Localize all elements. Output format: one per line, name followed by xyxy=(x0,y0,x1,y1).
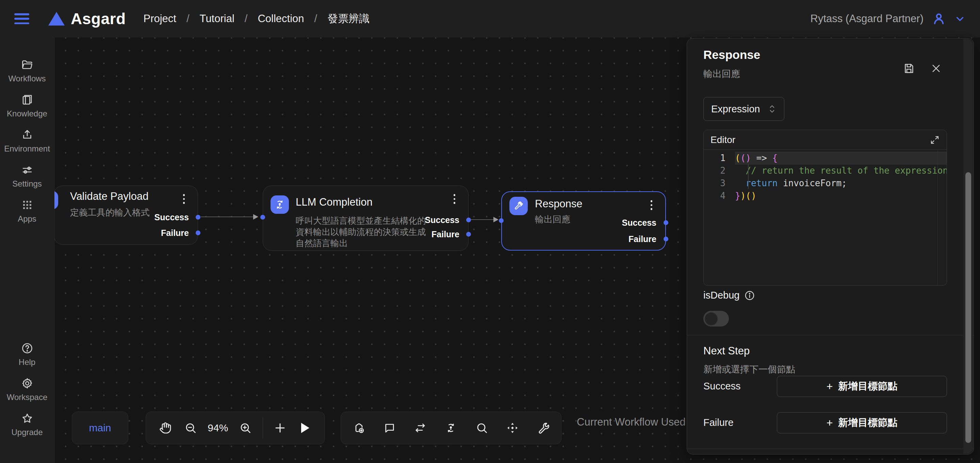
canvas-zoom-toolbar: 94% xyxy=(146,412,325,444)
book-icon xyxy=(21,94,33,106)
save-icon[interactable] xyxy=(903,62,915,75)
swap-arrows-icon[interactable] xyxy=(412,418,428,438)
sidebar-item-settings[interactable]: Settings xyxy=(0,164,54,188)
top-navbar: Asgard Project / Tutorial / Collection /… xyxy=(0,0,980,37)
sidebar-item-knowledge[interactable]: Knowledge xyxy=(0,94,54,118)
zoom-out-icon[interactable] xyxy=(183,418,198,438)
panel-title: Response xyxy=(703,48,760,62)
output-port-success[interactable] xyxy=(663,220,668,225)
plus-icon: + xyxy=(827,381,833,392)
code-line[interactable]: 3 return invoiceForm; xyxy=(704,177,947,190)
user-icon[interactable] xyxy=(932,11,946,26)
editor-label: Editor xyxy=(711,134,930,145)
sidebar-item-apps[interactable]: Apps xyxy=(0,199,54,224)
folder-icon xyxy=(21,59,33,71)
breadcrumb: Project / Tutorial / Collection / 發票辨識 xyxy=(143,11,369,26)
sidebar-label: Settings xyxy=(12,179,42,188)
plus-icon: + xyxy=(827,417,833,428)
panel-scrollbar-thumb[interactable] xyxy=(966,172,971,443)
sidebar-label: Environment xyxy=(4,144,50,153)
node-subtitle: 輸出回應 xyxy=(535,214,570,225)
kebab-menu-icon[interactable] xyxy=(183,194,185,204)
port-label-success: Success xyxy=(425,215,460,225)
input-port[interactable] xyxy=(260,215,265,220)
breadcrumb-current[interactable]: 發票辨識 xyxy=(327,11,369,26)
breadcrumb-collection[interactable]: Collection xyxy=(258,13,304,25)
workflow-status-text: Current Workflow Used xyxy=(577,416,689,428)
validate-payload-node-icon xyxy=(54,191,58,209)
edge-arrowhead-icon xyxy=(253,214,258,220)
kebab-menu-icon[interactable] xyxy=(453,194,456,204)
close-icon[interactable] xyxy=(931,63,942,74)
expand-icon[interactable] xyxy=(930,135,940,145)
next-step-success-label: Success xyxy=(703,381,741,392)
selected-option: Expression xyxy=(711,104,768,115)
button-label: 新增目標節點 xyxy=(838,380,897,393)
zoom-in-icon[interactable] xyxy=(237,418,253,438)
sidebar-item-workflows[interactable]: Workflows xyxy=(0,59,54,83)
response-node-icon xyxy=(509,197,528,215)
left-sidebar: Workflows Knowledge Environment Settings… xyxy=(0,37,54,463)
sidebar-label: Upgrade xyxy=(11,428,43,437)
output-port-success[interactable] xyxy=(466,217,471,222)
hand-pan-icon[interactable] xyxy=(158,418,173,438)
code-line[interactable]: 1(() => { xyxy=(704,152,947,164)
wrench-icon[interactable] xyxy=(535,418,551,438)
button-label: 新增目標節點 xyxy=(838,416,897,429)
isdebug-toggle[interactable] xyxy=(703,311,729,326)
editor-scroll-gutter xyxy=(937,150,938,285)
search-icon[interactable] xyxy=(474,418,490,438)
expression-editor: Editor 1(() => {2 // return the result o… xyxy=(703,130,947,286)
code-line[interactable]: 2 // return the result of the expression xyxy=(704,164,947,177)
brand-name: Asgard xyxy=(71,10,126,28)
output-port-success[interactable] xyxy=(196,215,200,220)
node-subtitle: 定義工具的輸入格式 xyxy=(70,207,150,218)
add-plus-icon[interactable] xyxy=(272,418,288,438)
edge-llm-to-response xyxy=(471,219,496,220)
gear-icon xyxy=(21,377,33,390)
comment-icon[interactable] xyxy=(382,418,398,438)
llm-icon[interactable] xyxy=(443,418,459,438)
node-config-panel: Response 輸出回應 Expression Editor 1(() => … xyxy=(687,38,974,455)
breadcrumb-project[interactable]: Project xyxy=(143,13,176,25)
node-response[interactable]: Response 輸出回應 Success Failure xyxy=(501,191,666,251)
add-node-icon[interactable] xyxy=(351,418,367,438)
code-line[interactable]: 4})() xyxy=(704,190,947,202)
port-label-failure: Failure xyxy=(161,228,189,238)
breadcrumb-tutorial[interactable]: Tutorial xyxy=(200,13,234,25)
branch-name: main xyxy=(89,422,111,434)
node-title: Response xyxy=(535,198,582,210)
code-lines[interactable]: 1(() => {2 // return the result of the e… xyxy=(704,150,947,202)
apps-grid-icon xyxy=(21,199,33,211)
sidebar-item-help[interactable]: Help xyxy=(0,342,54,367)
add-target-node-success-button[interactable]: + 新增目標節點 xyxy=(777,376,947,397)
sidebar-item-workspace[interactable]: Workspace xyxy=(0,377,54,402)
input-port[interactable] xyxy=(499,218,504,223)
move-icon[interactable] xyxy=(504,418,520,438)
breadcrumb-separator: / xyxy=(186,13,189,25)
output-port-failure[interactable] xyxy=(196,230,200,235)
sidebar-label: Workspace xyxy=(7,393,48,402)
sidebar-item-environment[interactable]: Environment xyxy=(0,129,54,153)
chevron-down-icon[interactable] xyxy=(954,13,966,24)
sidebar-item-upgrade[interactable]: Upgrade xyxy=(0,412,54,437)
play-icon[interactable] xyxy=(298,418,313,438)
node-llm-completion[interactable]: LLM Completion 呼叫大型語言模型並產生結構化的 資料輸出以輔助流程… xyxy=(263,185,469,251)
branch-selector-button[interactable]: main xyxy=(72,412,128,444)
sliders-icon xyxy=(21,164,33,176)
zoom-level: 94% xyxy=(208,422,228,434)
info-icon[interactable] xyxy=(744,290,755,301)
sidebar-label: Apps xyxy=(18,214,37,224)
output-port-failure[interactable] xyxy=(466,232,471,236)
output-port-failure[interactable] xyxy=(663,236,668,241)
edge-arrowhead-icon xyxy=(493,217,498,222)
sidebar-label: Help xyxy=(19,358,35,367)
breadcrumb-separator: / xyxy=(314,13,318,25)
upload-icon xyxy=(21,129,33,141)
node-validate-payload[interactable]: Validate Payload 定義工具的輸入格式 Success Failu… xyxy=(54,185,198,245)
port-label-success: Success xyxy=(154,212,189,222)
kebab-menu-icon[interactable] xyxy=(651,200,653,210)
add-target-node-failure-button[interactable]: + 新增目標節點 xyxy=(777,412,947,433)
hamburger-menu-icon[interactable] xyxy=(14,13,29,24)
response-type-select[interactable]: Expression xyxy=(703,97,784,121)
